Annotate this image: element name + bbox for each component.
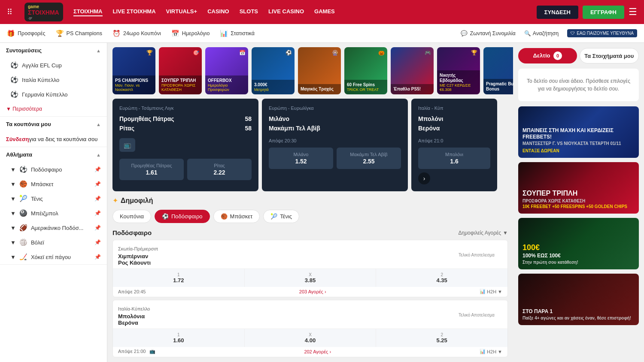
banner-para-1[interactable]: ΣΤΟ ΠΑΡΑ 1 Παίξε 4+ αγώνες και αν χάσεις… [518, 274, 639, 325]
tab-basketball[interactable]: 🏀 Μπάσκετ [213, 210, 260, 223]
hockey-pin-icon[interactable]: 📌 [94, 254, 101, 260]
shortcuts-header[interactable]: Συντομεύσεις ▲ [0, 43, 107, 58]
tab-basketball-label: Μπάσκετ [230, 213, 253, 220]
promo-card-offerbox[interactable]: 📅 OFFERBOX Ημερολόγιο Προσφορών [205, 47, 248, 94]
volleyball-pin-icon[interactable]: 📌 [94, 239, 101, 245]
stream-button-1[interactable]: 📺 [119, 138, 135, 152]
nav-virtuals[interactable]: VIRTUALS+ [166, 8, 197, 16]
betslip-tab-my-bets[interactable]: Τα Στοιχήματά μου [580, 48, 639, 63]
sidebar-item-basketball[interactable]: ▼ 🏀 Μπάσκετ 📌 [0, 177, 107, 191]
odd-btn-2-team1[interactable]: Μιλάνο 1.52 [269, 148, 333, 169]
tennis-label: Τένις [31, 196, 43, 202]
promo-card-6-title: 60 Free Spins [347, 82, 385, 87]
match-1-odd1[interactable]: 1 1.72 [113, 269, 245, 287]
athletics-header[interactable]: Αθλήματα ▲ [0, 147, 107, 162]
odd-btn-team1[interactable]: Προμηθέας Πάτρας 1.61 [119, 159, 184, 180]
sidebar-item-italy-cup[interactable]: ⚽ Ιταλία Κύπελλο [0, 72, 107, 87]
calendar-nav-item[interactable]: 📅 Ημερολόγιο [171, 30, 210, 37]
match-card-2-team2: Μακάμπι Τελ Αβίβ [269, 124, 401, 133]
promo-card-winner[interactable]: 🏆 Νικητής Εβδομάδας ΜΕ C27 ΚΕΡΔΙΣΕ €6.30… [437, 47, 480, 94]
promo-card-super-triple[interactable]: 🎯 ΣΟΥΠΕΡ ΤΡΙΠΛΗ ΠΡΟΣΦΟΡΑ ΧΩΡΙΣ ΚΑΤΑΘΕΣΗ [159, 47, 202, 94]
stats-nav-item[interactable]: 📊 Στατιστικά [220, 30, 255, 37]
match-1-odd2[interactable]: 2 4.35 [376, 269, 507, 287]
nav-live-stoixima[interactable]: LIVE ΣΤΟΙΧΗΜΑ [113, 8, 156, 16]
banner-ps-champions[interactable]: ΜΠΑΙΝΕΙΣ ΣΤΗ ΜΑΧΗ ΚΑΙ ΚΕΡΔΙΖΕΙΣ FREEBETS… [518, 106, 639, 158]
match-2-h2h-button[interactable]: 📊 H2H ▼ [480, 349, 502, 354]
hamburger-icon[interactable]: ☰ [629, 6, 637, 18]
promo-card-4-icon: ⚽ [286, 50, 292, 56]
athletics-label: Αθλήματα [6, 151, 32, 158]
more-header[interactable]: ▼ Περισσότερα [0, 102, 107, 116]
promo-card-5-icon: 🎡 [332, 50, 338, 56]
ps-champions-nav-item[interactable]: 🏆 PS Champions [56, 30, 102, 37]
football-pin-icon[interactable]: 📌 [94, 166, 101, 172]
sidebar-item-hockey[interactable]: ▼ 🏒 Χόκεϊ επί πάγου 📌 [0, 250, 107, 264]
match-card-3-footer: Μπολόνι 1.6 [418, 148, 490, 169]
basketball-icon: 🏀 [19, 180, 27, 188]
match-2-oddX[interactable]: Χ 4.00 [245, 329, 377, 347]
live-chat-item[interactable]: 💬 Ζωντανή Συνομιλία [461, 30, 516, 36]
betslip-tab-active[interactable]: Δελτίο 0 [518, 48, 577, 63]
basketball-pin-icon[interactable]: 📌 [94, 181, 101, 187]
promo-card-free-spins[interactable]: 🎃 60 Free Spins TRICK OR TREAT [344, 47, 387, 94]
popular-markets-dropdown[interactable]: Δημοφιλείς Αγορές ▼ [458, 230, 508, 236]
site-logo[interactable]: game ΣΤΟΙΧΗΜΑ .gr [24, 3, 63, 21]
amfootball-pin-icon[interactable]: 📌 [94, 225, 101, 231]
promo-card-pragmatic[interactable]: 🎰 Pragmatic Buy Bonus [483, 47, 513, 94]
tennis-pin-icon[interactable]: 📌 [94, 196, 101, 202]
match-1-markets-link[interactable]: 203 Αγορές › [299, 289, 326, 294]
sidebar-item-american-football[interactable]: ▼ 🏈 Αμερικάνικο Ποδόσ... 📌 [0, 220, 107, 235]
banner-100-percent[interactable]: 100€ 100% ΕΩΣ 100€ Στην πρώτη σου κατάθε… [518, 218, 639, 269]
match-2-markets-link[interactable]: 202 Αγορές › [304, 349, 331, 354]
tab-football[interactable]: ⚽ Ποδόσφαιρο [155, 210, 210, 223]
coupon-24h-nav-item[interactable]: ⏰ 24ωρο Κουπόνι [112, 30, 161, 37]
offers-nav-item[interactable]: 🎁 Προσφορές [7, 30, 46, 37]
search-item[interactable]: 🔍 Αναζήτηση [524, 30, 559, 36]
nav-stoixima[interactable]: ΣΤΟΙΧΗΜΑ [73, 8, 103, 16]
baseball-label: Μπέιζμπολ [31, 210, 58, 217]
match-1-oddX[interactable]: Χ 3.85 [245, 269, 377, 287]
match-1-h2h-button[interactable]: 📊 H2H ▼ [480, 289, 502, 294]
nav-casino[interactable]: CASINO [207, 8, 229, 16]
odd-btn-3-team1[interactable]: Μπολόνι 1.6 [418, 148, 490, 169]
nav-live-casino[interactable]: LIVE CASINO [268, 8, 304, 16]
promo-card-ps5[interactable]: 🎮 Έπαθλο PS5! [391, 47, 434, 94]
promo-card-magic-wheel[interactable]: 🎡 Μαγικός Τροχός [298, 47, 341, 94]
nav-games[interactable]: GAMES [314, 8, 335, 16]
sec-nav-right: 💬 Ζωντανή Συνομιλία 🔍 Αναζήτηση 🛡 ΕΑΩ ΠΑ… [461, 29, 638, 37]
sidebar-item-baseball[interactable]: ▼ 🎱 Μπέιζμπολ 📌 [0, 206, 107, 220]
team2-name-2: Μακάμπι Τελ Αβίβ [269, 125, 320, 132]
sidebar-item-tennis[interactable]: ▼ 🎾 Τένις 📌 [0, 191, 107, 206]
offers-label: Προσφορές [18, 30, 46, 36]
sidebar-item-england-efl[interactable]: ⚽ Αγγλία EFL Cup [0, 58, 107, 72]
nav-slots[interactable]: SLOTS [240, 8, 258, 16]
login-button[interactable]: ΣΥΝΔΕΣΗ [537, 6, 578, 19]
banner-2-subtitle: ΠΡΟΣΦΟΡΑ ΧΩΡΙΣ ΚΑΤΑΘΕΣΗ [522, 198, 627, 204]
grid-icon[interactable]: ⠿ [7, 7, 12, 17]
match-2-oddX-value: 4.00 [305, 337, 316, 344]
sidebar-item-volleyball[interactable]: ▼ 🏐 Βόλεϊ 📌 [0, 235, 107, 250]
promo-card-ps-champions[interactable]: 🏆 PS CHAMPIONS Μαν. Γιουν. vs Νιούκαστλ [112, 47, 155, 94]
sidebar-item-football[interactable]: ▼ ⚽ Ποδόσφαιρο 📌 [0, 162, 107, 177]
promo-card-9-title: Pragmatic Buy Bonus [486, 81, 513, 92]
match-1-teams: Σκωτία-Πρέμιερσιπ Χιμπέρνιαν Ρος Κάουντι [118, 244, 451, 266]
match-2-odd1[interactable]: 1 1.60 [113, 329, 245, 347]
promo-card-3000[interactable]: ⚽ 3.000€ Μετρητά [252, 47, 295, 94]
tab-tennis[interactable]: 🎾 Τένις [263, 210, 299, 223]
match-cards-next-button[interactable]: › [418, 172, 430, 184]
match-card-3-teams: Μπολόνι Βερόνα [418, 114, 490, 133]
match-2-odd2[interactable]: 2 5.25 [376, 329, 507, 347]
coupons-login-link[interactable]: Σύνδεση [6, 136, 29, 142]
search-label: Αναζήτηση [533, 30, 559, 36]
betslip-tab2-label: Τα Στοιχήματά μου [584, 53, 634, 59]
match-2-odd2-label: 2 [378, 332, 506, 337]
coupons-header[interactable]: Τα κουπόνια μου ▲ [0, 117, 107, 132]
baseball-pin-icon[interactable]: 📌 [94, 210, 101, 216]
register-button[interactable]: ΕΓΓΡΑΦΗ [583, 6, 624, 19]
tab-coupons[interactable]: Κουπόνια [112, 210, 151, 223]
odd-btn-2-team2[interactable]: Μακάμπι Τελ Αβίβ 2.55 [337, 148, 401, 169]
sidebar-item-germany-cup[interactable]: ⚽ Γερμανία Κύπελλο [0, 87, 107, 102]
banner-1-cta[interactable]: ΕΝΤAΞΕ ΔΩΡΕΑΝ [522, 148, 635, 154]
banner-super-triple[interactable]: ΣΟΥΠΕΡ ΤΡΙΠΛΗ ΠΡΟΣΦΟΡΑ ΧΩΡΙΣ ΚΑΤΑΘΕΣΗ 10… [518, 162, 639, 214]
odd-btn-team2[interactable]: Ρίτας 2.22 [187, 159, 252, 180]
